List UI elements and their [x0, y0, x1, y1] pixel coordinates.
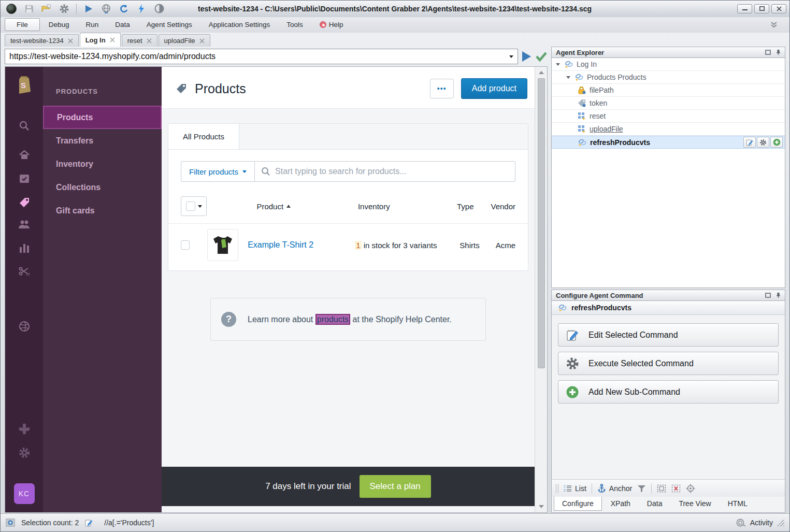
- edit-selected-command-button[interactable]: Edit Selected Command: [558, 323, 779, 347]
- sidebar-item-products[interactable]: Products: [43, 106, 162, 129]
- sidebar-item-transfers[interactable]: Transfers: [43, 129, 162, 152]
- tree-item-filepath[interactable]: filePath: [552, 84, 785, 97]
- expander-icon[interactable]: [556, 63, 560, 66]
- remove-selection-icon[interactable]: [671, 484, 681, 493]
- search-icon[interactable]: [19, 120, 30, 132]
- filter-products-button[interactable]: Filter products: [181, 161, 255, 182]
- table-row[interactable]: Example T-Shirt 2 1 in stock for 3 varia…: [168, 223, 528, 270]
- refresh-button[interactable]: [116, 3, 132, 15]
- menu-file[interactable]: File: [5, 18, 40, 31]
- products-help-link[interactable]: products: [315, 314, 350, 325]
- sidebar-item-inventory[interactable]: Inventory: [43, 152, 162, 176]
- execute-selected-command-button[interactable]: Execute Selected Command: [558, 352, 779, 375]
- navigate-go-button[interactable]: [522, 51, 531, 62]
- menu-run[interactable]: Run: [78, 19, 107, 31]
- maximize-panel-icon[interactable]: [765, 50, 771, 55]
- analytics-icon[interactable]: [19, 243, 30, 253]
- chevron-down-icon[interactable]: [198, 205, 202, 208]
- pin-panel-icon[interactable]: [776, 49, 781, 55]
- scrollbar-thumb[interactable]: [538, 78, 545, 368]
- shopify-logo[interactable]: S: [15, 74, 34, 95]
- tab-uploadfile[interactable]: uploadFile: [159, 34, 210, 47]
- scroll-down-icon[interactable]: [539, 505, 544, 508]
- activity-label[interactable]: Activity: [750, 519, 773, 527]
- select-plan-button[interactable]: Select a plan: [360, 475, 431, 498]
- minimize-button[interactable]: [737, 4, 752, 13]
- add-command-icon[interactable]: [770, 137, 783, 148]
- sidebar-item-collections[interactable]: Collections: [43, 176, 162, 199]
- maximize-panel-icon[interactable]: [765, 293, 771, 298]
- run-button[interactable]: [81, 3, 96, 15]
- close-tab-icon[interactable]: [110, 37, 115, 42]
- filter-funnel-icon[interactable]: [637, 484, 646, 493]
- contrast-button[interactable]: [151, 3, 167, 15]
- add-new-sub-command-button[interactable]: Add New Sub-Command: [558, 380, 779, 404]
- settings-icon[interactable]: [18, 447, 31, 459]
- url-history-dropdown-icon[interactable]: [509, 55, 513, 58]
- select-all-combo[interactable]: [181, 196, 207, 216]
- tab-tree-view[interactable]: Tree View: [671, 497, 719, 510]
- lightning-button[interactable]: [134, 3, 149, 15]
- save-button[interactable]: [21, 3, 37, 15]
- app-menu-button[interactable]: [4, 3, 19, 15]
- menu-debug[interactable]: Debug: [41, 19, 77, 31]
- close-tab-icon[interactable]: [147, 38, 152, 44]
- menu-agent-settings[interactable]: Agent Settings: [139, 19, 200, 31]
- apps-puzzle-icon[interactable]: [18, 423, 31, 435]
- tree-item-token[interactable]: token: [552, 97, 785, 110]
- edit-xpath-icon[interactable]: [85, 519, 94, 527]
- customers-icon[interactable]: [18, 220, 31, 229]
- tab-html[interactable]: HTML: [720, 497, 755, 510]
- menu-help[interactable]: Help: [312, 19, 351, 31]
- products-tag-icon[interactable]: [18, 196, 31, 209]
- resize-grip[interactable]: [777, 519, 784, 526]
- tab-configure[interactable]: Configure: [554, 497, 602, 511]
- column-product[interactable]: Product: [256, 202, 358, 211]
- edit-command-icon[interactable]: [743, 137, 756, 148]
- open-agent-button[interactable]: [39, 3, 54, 15]
- online-store-globe-icon[interactable]: [18, 320, 31, 333]
- tree-item-log-in[interactable]: Log In: [552, 58, 785, 71]
- tree-item-reset[interactable]: reset: [552, 110, 785, 123]
- menu-data[interactable]: Data: [107, 19, 138, 31]
- add-product-button[interactable]: Add product: [461, 78, 527, 99]
- more-actions-button[interactable]: •••: [430, 79, 454, 98]
- close-button[interactable]: [771, 4, 786, 13]
- tab-all-products[interactable]: All Products: [168, 124, 239, 149]
- column-inventory[interactable]: Inventory: [358, 202, 457, 211]
- avatar[interactable]: KC: [14, 483, 35, 504]
- row-checkbox[interactable]: [181, 240, 190, 250]
- home-icon[interactable]: [19, 150, 30, 160]
- command-settings-icon[interactable]: [757, 137, 769, 148]
- sidebar-item-gift-cards[interactable]: Gift cards: [43, 199, 162, 222]
- tab-data[interactable]: Data: [639, 497, 670, 510]
- tab-test-website-1234[interactable]: test-website-1234: [5, 34, 79, 47]
- maximize-button[interactable]: [754, 4, 769, 13]
- tree-item-refreshproducvts[interactable]: refreshProducvts: [552, 136, 785, 149]
- confirm-check-button[interactable]: [535, 51, 548, 62]
- list-button[interactable]: 12 List: [564, 484, 586, 493]
- tab-log-in[interactable]: Log In: [80, 33, 121, 47]
- orders-icon[interactable]: [19, 173, 30, 184]
- expander-icon[interactable]: [566, 76, 570, 79]
- pin-panel-icon[interactable]: [776, 292, 781, 298]
- tree-item-products-products[interactable]: Products Products: [552, 71, 785, 84]
- column-type[interactable]: Type: [457, 202, 491, 211]
- menu-tools[interactable]: Tools: [279, 19, 311, 31]
- select-region-icon[interactable]: [657, 484, 666, 493]
- tab-reset[interactable]: reset: [122, 34, 157, 47]
- close-tab-icon[interactable]: [68, 38, 73, 44]
- settings-gear-button[interactable]: [56, 3, 72, 15]
- menu-application-settings[interactable]: Application Settings: [201, 19, 278, 31]
- tree-item-uploadfile[interactable]: uploadFile: [552, 123, 785, 136]
- tab-xpath[interactable]: XPath: [603, 497, 638, 510]
- close-tab-icon[interactable]: [199, 38, 205, 44]
- discounts-icon[interactable]: [18, 266, 31, 277]
- scroll-up-icon[interactable]: [539, 71, 544, 74]
- product-link[interactable]: Example T-Shirt 2: [248, 240, 355, 250]
- browse-globe-button[interactable]: [98, 3, 114, 15]
- url-input[interactable]: [9, 52, 509, 61]
- ribbon-collapse-chevron-icon[interactable]: [770, 21, 778, 28]
- locate-target-icon[interactable]: [686, 484, 695, 493]
- anchor-button[interactable]: Anchor: [597, 484, 632, 493]
